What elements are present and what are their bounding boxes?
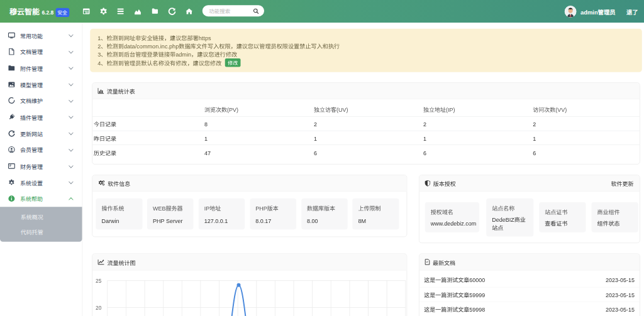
svg-text:25: 25 [96, 276, 102, 284]
svg-text:20: 20 [96, 303, 102, 311]
